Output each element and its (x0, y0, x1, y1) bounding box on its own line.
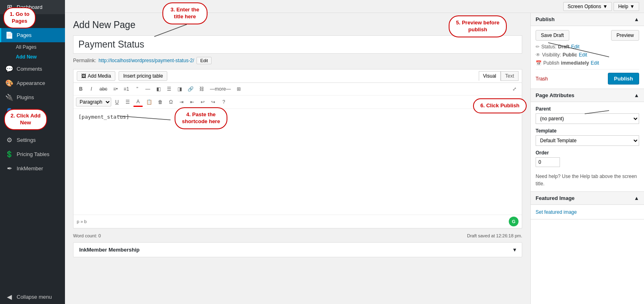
trash-link[interactable]: Trash (536, 76, 548, 82)
align-right-button[interactable]: ◨ (175, 85, 184, 93)
draft-saved: Draft saved at 12:26:18 pm. (467, 233, 522, 238)
numbered-list-button[interactable]: ≡1 (121, 85, 132, 93)
visual-tab[interactable]: Visual (479, 71, 501, 81)
publish-section: Publish ▲ Save Draft Preview ✏ Status: D… (531, 13, 644, 89)
status-icon: ✏ (536, 44, 540, 50)
sidebar-item-pages[interactable]: 📄 Pages (0, 28, 65, 42)
link-button[interactable]: 🔗 (185, 85, 196, 93)
sidebar-item-media[interactable]: 🖼 Media (0, 14, 65, 28)
sidebar-item-tools[interactable]: 🔧 Tools (0, 119, 65, 133)
featured-image-toggle: ▲ (634, 195, 639, 201)
dashboard-icon: ⊞ (5, 3, 13, 11)
collapse-icon: ◀ (5, 293, 13, 301)
editor-box: 🖼 Add Media Insert pricing table Visual … (73, 69, 522, 228)
word-count: Word count: 0 (73, 233, 101, 238)
sidebar-item-dashboard[interactable]: ⊞ Dashboard (0, 0, 65, 14)
featured-image-body: Set featured image (531, 205, 644, 219)
visibility-icon: 👁 (536, 52, 540, 58)
sidebar: ⊞ Dashboard 🖼 Media 📄 Pages All Pages Ad… (0, 0, 65, 304)
text-tab[interactable]: Text (501, 71, 519, 81)
help-chevron: ▼ (630, 4, 635, 9)
underline-button[interactable]: U (112, 98, 122, 106)
inkmember-toggle-icon: ▾ (513, 247, 516, 253)
page-attributes-header[interactable]: Page Attributes ▲ (531, 89, 644, 102)
toolbar-row-1: B I abc ≡• ≡1 " — ◧ ☰ ◨ 🔗 ⛓ —more— ⊞ ⤢ (73, 83, 522, 96)
publish-action-row: Save Draft Preview (536, 30, 639, 41)
paragraph-select[interactable]: Paragraph (76, 98, 111, 106)
add-media-button[interactable]: 🖼 Add Media (77, 71, 115, 81)
help-button[interactable]: Help ▼ (614, 2, 639, 11)
paste-as-text-button[interactable]: 📋 (144, 98, 155, 106)
status-row: ✏ Status: Draft Edit (536, 44, 639, 50)
unlink-button[interactable]: ⛓ (197, 85, 207, 93)
bullet-list-button[interactable]: ≡• (110, 85, 120, 93)
screen-options-chevron: ▼ (603, 4, 608, 9)
text-color-button[interactable]: A (133, 97, 143, 107)
plugins-icon: 🔌 (5, 93, 13, 101)
permalink-edit-button[interactable]: Edit (197, 57, 212, 64)
template-select[interactable]: Default Template Full Width (536, 135, 639, 146)
help-kb-button[interactable]: ? (219, 98, 229, 106)
toolbar-toggle-button[interactable]: ⊞ (234, 85, 244, 93)
page-heading: Add New Page (73, 20, 522, 30)
italic-button[interactable]: I (86, 85, 96, 93)
permalink-link[interactable]: http://localhost/wordpress/payment-statu… (99, 58, 194, 63)
hr-button[interactable]: — (143, 85, 153, 93)
visual-text-tabs: Visual Text (479, 71, 519, 81)
sidebar-item-collapse[interactable]: ◀ Collapse menu (0, 290, 65, 304)
align-center-button[interactable]: ☰ (164, 85, 174, 93)
appearance-icon: 🎨 (5, 79, 13, 87)
breadcrumb: p » b (77, 219, 86, 224)
align-left-button[interactable]: ◧ (153, 85, 163, 93)
set-featured-image-link[interactable]: Set featured image (536, 209, 577, 215)
featured-image-header[interactable]: Featured Image ▲ (531, 192, 644, 205)
strikethrough-button[interactable]: abc (97, 85, 110, 93)
save-draft-button[interactable]: Save Draft (536, 30, 569, 41)
shortcode-content: [payment_status] (78, 114, 129, 120)
preview-button[interactable]: Preview (611, 30, 639, 41)
status-edit-link[interactable]: Edit (571, 44, 579, 50)
help-text: Need help? Use the Help tab above the sc… (536, 173, 639, 187)
fullscreen-button[interactable]: ⤢ (510, 85, 519, 93)
insert-more-button[interactable]: —more— (207, 85, 233, 93)
justify-button[interactable]: ☰ (123, 98, 132, 106)
clear-formatting-button[interactable]: 🗑 (156, 98, 165, 106)
bold-button[interactable]: B (76, 85, 86, 93)
sidebar-item-inkmember[interactable]: ✒ InkMember (0, 161, 65, 176)
order-input[interactable] (536, 157, 560, 167)
sidebar-item-add-new[interactable]: Add New (11, 52, 65, 62)
sidebar-item-appearance[interactable]: 🎨 Appearance (0, 76, 65, 90)
sidebar-item-plugins[interactable]: 🔌 Plugins (0, 90, 65, 104)
page-attributes-body: Parent (no parent) Sample Page Template … (531, 102, 644, 191)
status-bar: Word count: 0 Draft saved at 12:26:18 pm… (73, 233, 522, 238)
sidebar-item-all-pages[interactable]: All Pages (11, 42, 65, 52)
publish-time-edit-link[interactable]: Edit (591, 60, 599, 66)
parent-select[interactable]: (no parent) Sample Page (536, 113, 639, 124)
sidebar-item-settings[interactable]: ⚙ Settings (0, 133, 65, 147)
redo-button[interactable]: ↪ (208, 98, 218, 106)
page-attributes-section: Page Attributes ▲ Parent (no parent) Sam… (531, 89, 644, 192)
publish-footer: Trash Publish (536, 69, 639, 85)
inkmember-header[interactable]: InkMember Membership ▾ (73, 243, 522, 257)
special-char-button[interactable]: Ω (166, 98, 176, 106)
publish-button[interactable]: Publish (608, 73, 639, 85)
indent-button[interactable]: ⇥ (177, 98, 186, 106)
sidebar-item-comments[interactable]: 💬 Comments (0, 62, 65, 76)
undo-button[interactable]: ↩ (198, 98, 207, 106)
insert-pricing-button[interactable]: Insert pricing table (119, 71, 167, 81)
sidebar-item-users[interactable]: 👤 Users (0, 104, 65, 119)
inkmember-icon: ✒ (5, 165, 13, 172)
sidebar-item-pricing-tables[interactable]: 💲 Pricing Tables (0, 147, 65, 161)
publish-section-header[interactable]: Publish ▲ (531, 13, 644, 26)
editor-footer: p » b G (73, 215, 522, 228)
page-title-input[interactable] (73, 35, 522, 54)
media-icon: 🖼 (5, 17, 13, 25)
pages-submenu: All Pages Add New (0, 42, 65, 62)
visibility-edit-link[interactable]: Edit (579, 52, 587, 58)
editor-content[interactable]: [payment_status] (73, 109, 522, 215)
editor-area: Add New Page Permalink: http://localhost… (65, 13, 530, 304)
blockquote-button[interactable]: " (132, 85, 142, 93)
screen-options-button[interactable]: Screen Options ▼ (563, 2, 612, 11)
outdent-button[interactable]: ⇤ (187, 98, 197, 106)
pricing-tables-icon: 💲 (5, 150, 13, 158)
